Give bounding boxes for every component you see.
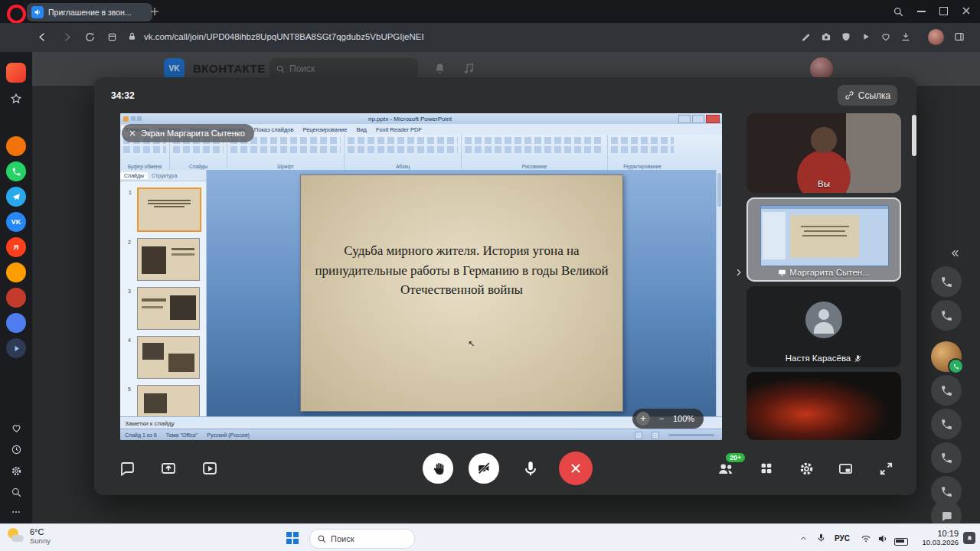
vk-logo: VK <box>164 58 185 79</box>
whatsapp-icon[interactable] <box>6 161 26 181</box>
history-clock-icon[interactable] <box>6 439 26 459</box>
mini-screenshare-preview <box>760 205 889 266</box>
slide-thumbnail-2: 2 <box>137 238 200 281</box>
phone-icon <box>940 276 953 289</box>
screen-share-label[interactable]: Экран Маргарита Сытенко <box>122 124 254 142</box>
tray-chevron-icon[interactable] <box>799 534 808 543</box>
messenger-app-icon-1[interactable] <box>6 136 26 156</box>
tab-search-icon[interactable] <box>893 6 903 17</box>
zoom-level: 100% <box>673 414 694 423</box>
music-app-icon[interactable] <box>6 262 26 282</box>
heart-icon[interactable] <box>880 31 891 42</box>
media-button[interactable] <box>201 459 219 478</box>
avatar-placeholder <box>805 302 842 338</box>
player-icon[interactable] <box>861 31 871 42</box>
gear-icon <box>799 461 815 477</box>
reload-icon[interactable] <box>84 31 96 43</box>
participant-tile-you[interactable]: Вы <box>746 113 901 193</box>
end-call-button[interactable] <box>559 452 593 485</box>
pip-button[interactable] <box>836 459 854 478</box>
workspace-icon[interactable] <box>6 63 26 83</box>
tray-battery-icon[interactable] <box>894 535 908 549</box>
zoom-in-button[interactable]: + <box>636 412 650 425</box>
call-item-cat-avatar[interactable] <box>931 341 962 372</box>
sidebar-search-icon[interactable] <box>6 482 26 502</box>
downloads-icon[interactable] <box>900 31 911 42</box>
chat-shortcut[interactable] <box>931 500 962 523</box>
fullscreen-button[interactable] <box>877 459 895 478</box>
call-item-1[interactable] <box>931 266 962 297</box>
weather-widget[interactable]: 6°C Sunny <box>6 527 51 545</box>
sidebar-panel-icon[interactable] <box>954 31 965 42</box>
ppt-titlebar: пр.pptx - Microsoft PowerPoint <box>120 113 722 125</box>
back-icon[interactable] <box>37 31 48 43</box>
window-minimize-button[interactable] <box>917 11 926 12</box>
taskbar-search[interactable]: Поиск <box>309 529 415 549</box>
copy-link-button[interactable]: Ссылка <box>838 85 897 106</box>
ppt-scrollbar <box>716 170 722 416</box>
collapse-participants-chevron[interactable] <box>733 267 744 278</box>
opera-logo-icon[interactable] <box>7 5 26 24</box>
chat-bubble-icon <box>940 510 953 523</box>
new-tab-button[interactable] <box>150 7 159 16</box>
screen-share-view[interactable]: пр.pptx - Microsoft PowerPoint Главная В… <box>120 113 722 440</box>
raise-hand-button[interactable] <box>423 453 453 484</box>
call-item-5[interactable] <box>931 442 962 473</box>
tray-volume-icon[interactable] <box>877 533 888 544</box>
snapshot-camera-icon[interactable] <box>821 31 831 42</box>
compose-icon[interactable] <box>801 31 812 42</box>
sidebar-more-icon[interactable] <box>6 502 26 522</box>
profile-avatar[interactable] <box>928 29 944 45</box>
call-timer: 34:32 <box>111 90 135 101</box>
participant-tile-nastya[interactable]: Настя Карасёва <box>746 286 901 367</box>
grid-view-button[interactable] <box>757 459 776 478</box>
collapse-strip-chevrons[interactable] <box>949 248 960 259</box>
page-scrollbar-thumb[interactable] <box>912 115 916 156</box>
opera-sidebar: VK Я <box>0 52 32 523</box>
app-icon-blue[interactable] <box>6 313 26 333</box>
participant-tile-4[interactable] <box>746 372 901 440</box>
tray-mic-icon[interactable] <box>816 533 826 543</box>
url-field[interactable]: vk.com/call/join/UPD048ihbz8UpqUNT8BA8SG… <box>144 32 424 41</box>
call-item-3[interactable] <box>931 375 962 406</box>
vk-brand: ВКОНТАКТЕ <box>193 62 266 75</box>
call-item-2[interactable] <box>931 300 962 331</box>
settings-gear-icon[interactable] <box>6 461 26 481</box>
stop-share-icon <box>129 129 136 137</box>
participant-tile-margarita[interactable]: Маргарита Сытен... <box>746 197 901 282</box>
tray-clock[interactable]: 10:19 10.03.2026 <box>916 529 959 546</box>
microphone-button[interactable] <box>521 458 541 479</box>
participants-button[interactable]: 20+ <box>715 458 737 478</box>
call-item-4[interactable] <box>931 409 962 439</box>
ppt-slides-pane: Слайды Структура 1 2 3 <box>120 170 207 416</box>
chat-button[interactable] <box>118 459 136 478</box>
camera-off-button[interactable] <box>469 453 499 484</box>
vk-messenger-icon[interactable]: VK <box>6 212 26 232</box>
yandex-icon[interactable]: Я <box>6 237 26 257</box>
ppt-maximize <box>692 115 704 123</box>
windows-taskbar: 6°C Sunny Поиск X A РУС <box>0 523 980 551</box>
window-close-button[interactable] <box>962 6 971 15</box>
share-screen-button[interactable] <box>159 459 178 478</box>
sidebar-heart-icon[interactable] <box>6 418 26 438</box>
mic-icon <box>521 459 540 478</box>
tray-language[interactable]: РУС <box>835 534 850 543</box>
forward-icon[interactable] <box>61 31 73 43</box>
tray-wifi-icon[interactable] <box>861 533 871 544</box>
zoom-out-button[interactable]: − <box>655 412 668 425</box>
notification-bell-button[interactable] <box>963 532 975 544</box>
shield-icon[interactable] <box>841 31 851 42</box>
telegram-icon[interactable] <box>6 187 26 207</box>
tab-title: Приглашение в звон... <box>48 8 132 17</box>
call-settings-button[interactable] <box>797 459 815 478</box>
tab-tools-icon[interactable] <box>107 32 117 42</box>
vk-call-page: VK ВКОНТАКТЕ Поиск 34:32 Ссылка <box>32 52 980 523</box>
browser-tab[interactable]: Приглашение в звон... <box>27 3 152 21</box>
ppt-status-theme: Тема "Office" <box>166 432 198 438</box>
start-logo-icon[interactable] <box>286 532 299 544</box>
bookmarks-star-icon[interactable] <box>6 89 26 109</box>
window-maximize-button[interactable] <box>939 7 948 15</box>
site-lock-icon[interactable] <box>127 31 137 41</box>
media-player-icon[interactable] <box>6 338 26 358</box>
app-icon-red[interactable] <box>6 288 26 308</box>
